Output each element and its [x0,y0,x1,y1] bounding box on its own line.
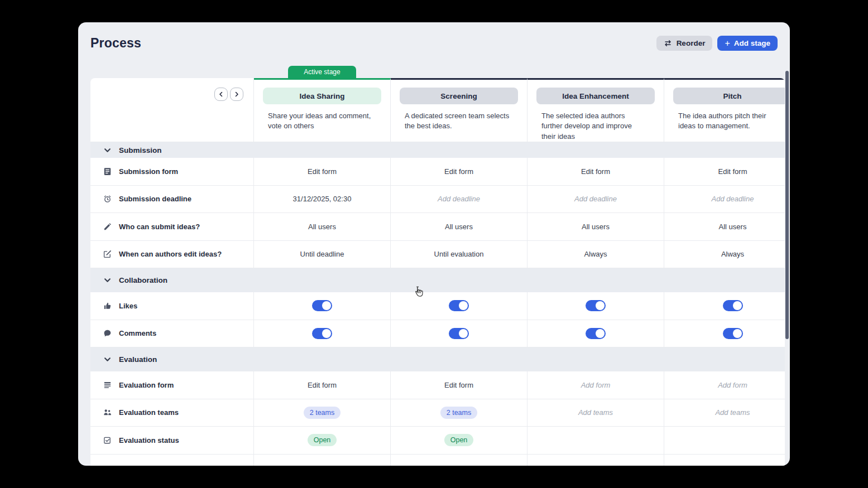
teams-badge: 2 teams [304,407,341,419]
add-stage-label: Add stage [734,39,770,47]
cell-when-authors-edit-pitch[interactable]: Always [664,241,785,268]
table-row-who-can-submit: Who can submit ideas? All users All user… [90,213,785,241]
table-row-when-authors-edit: When can authors edit ideas? Until deadl… [90,241,785,269]
cell-likes-pitch [664,292,785,320]
cell-submission-deadline-pitch[interactable]: Add deadline [664,186,785,213]
stage-header-pitch: Pitch The idea authors pitch their ideas… [664,78,785,142]
likes-toggle-pitch[interactable] [723,300,743,311]
likes-toggle-idea-enhancement[interactable] [586,300,606,311]
cell-when-authors-edit-idea-enhancement[interactable]: Always [527,241,664,268]
row-label-cell: Evaluation teams [90,399,254,427]
comments-toggle-screening[interactable] [449,328,469,339]
cell-comments-idea-sharing [254,320,391,347]
comments-toggle-pitch[interactable] [723,328,743,339]
cell-evaluation-teams-idea-sharing[interactable]: 2 teams [254,399,391,427]
likes-toggle-idea-sharing[interactable] [312,300,332,311]
cell-submission-form-screening[interactable]: Edit form [391,158,527,185]
stage-name-pill[interactable]: Idea Enhancement [536,88,655,104]
stage-header-idea-sharing: Idea Sharing Share your ideas and commen… [254,78,391,142]
cell-comments-idea-enhancement [527,320,664,347]
cell-when-authors-edit-screening[interactable]: Until evaluation [391,241,527,268]
table-row-evaluation-teams: Evaluation teams 2 teams 2 teams Add tea… [90,399,785,427]
cell-who-can-submit-screening[interactable]: All users [391,213,527,240]
cell-likes-idea-sharing [254,292,391,320]
cell-evaluation-status-pitch[interactable] [664,427,785,454]
cell-comments-screening [391,320,527,347]
cell-likes-idea-enhancement [527,292,664,320]
thumbs-up-icon [103,301,112,310]
comment-icon [103,329,112,338]
row-label-cell: Likes [90,292,254,320]
pencil-icon [103,222,112,231]
prev-stage-button[interactable] [214,88,228,101]
row-label-cell: When can authors edit ideas? [90,241,254,268]
stage-description: The idea authors pitch their ideas to ma… [678,111,784,132]
cell-submission-deadline-screening[interactable]: Add deadline [391,186,527,213]
plus-icon: + [725,39,730,48]
row-label-cell: Who can submit ideas? [90,213,254,240]
row-label: Evaluation teams [119,408,179,417]
table-row-partial [90,455,785,466]
reorder-label: Reorder [677,39,706,47]
cell-evaluation-teams-pitch[interactable]: Add teams [664,399,785,427]
cell-submission-form-idea-sharing[interactable]: Edit form [254,158,391,185]
alarm-icon [103,195,112,204]
status-badge: Open [308,434,337,446]
chevron-down-icon [103,276,112,285]
row-label: Submission deadline [119,195,191,203]
add-stage-button[interactable]: + Add stage [717,36,778,51]
stage-header-screening: Screening A dedicated screen team select… [391,78,527,142]
cell-evaluation-status-idea-enhancement[interactable] [527,427,664,454]
cell-submission-form-pitch[interactable]: Edit form [664,158,785,185]
comments-toggle-idea-enhancement[interactable] [586,328,606,339]
active-stage-tab: Active stage [288,66,356,78]
section-header-evaluation[interactable]: Evaluation [90,347,785,371]
stage-description: Share your ideas and comment, vote on ot… [268,111,374,132]
vertical-scrollbar[interactable] [785,71,789,339]
chevron-down-icon [103,355,112,364]
section-header-submission[interactable]: Submission [90,142,785,158]
reorder-button[interactable]: Reorder [656,36,713,51]
table-row-likes: Likes [90,292,785,320]
form-icon [103,167,112,176]
checkbox-icon [103,436,112,444]
cell-comments-pitch [664,320,785,347]
cell-evaluation-form-idea-enhancement[interactable]: Add form [527,371,664,399]
cell-when-authors-edit-idea-sharing[interactable]: Until deadline [254,241,391,268]
cell-evaluation-form-screening[interactable]: Edit form [391,371,527,399]
cell-likes-screening [391,292,527,320]
chevron-right-icon [234,91,239,97]
cell-submission-deadline-idea-enhancement[interactable]: Add deadline [527,186,664,213]
stage-description: The selected idea authors further develo… [541,111,648,142]
cell-who-can-submit-pitch[interactable]: All users [664,213,785,240]
section-header-collaboration[interactable]: Collaboration [90,268,785,292]
table-row-submission-deadline: Submission deadline 31/12/2025, 02:30 Ad… [90,186,785,214]
header-label-cell [90,78,254,142]
stage-name-pill[interactable]: Screening [400,88,518,104]
next-stage-button[interactable] [230,88,243,101]
table-row-comments: Comments [90,320,785,348]
row-label: Evaluation form [119,381,174,389]
section-label: Evaluation [119,355,157,364]
cell-who-can-submit-idea-enhancement[interactable]: All users [527,213,664,240]
cell-evaluation-teams-screening[interactable]: 2 teams [391,399,527,427]
cell-who-can-submit-idea-sharing[interactable]: All users [254,213,391,240]
cell-evaluation-form-pitch[interactable]: Add form [664,371,785,399]
teams-badge: 2 teams [440,407,477,419]
section-label: Collaboration [119,276,167,284]
cell-submission-deadline-idea-sharing[interactable]: 31/12/2025, 02:30 [254,186,391,213]
stage-name-pill[interactable]: Pitch [673,88,785,104]
cell-submission-form-idea-enhancement[interactable]: Edit form [527,158,664,185]
comments-toggle-idea-sharing[interactable] [312,328,332,339]
row-label: Comments [119,329,156,337]
stage-name-pill[interactable]: Idea Sharing [263,88,381,104]
people-icon [103,408,112,417]
row-label-cell: Submission deadline [90,186,254,213]
table-row-evaluation-form: Evaluation form Edit form Edit form Add … [90,371,785,399]
cell-evaluation-status-screening[interactable]: Open [391,427,527,454]
row-label: Likes [119,302,137,310]
cell-evaluation-status-idea-sharing[interactable]: Open [254,427,391,454]
cell-evaluation-teams-idea-enhancement[interactable]: Add teams [527,399,664,427]
likes-toggle-screening[interactable] [449,300,469,311]
cell-evaluation-form-idea-sharing[interactable]: Edit form [254,371,391,399]
